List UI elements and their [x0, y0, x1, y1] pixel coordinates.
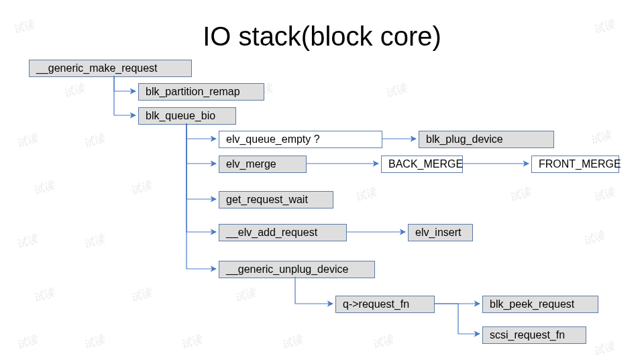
node-scsi-request-fn: scsi_request_fn	[482, 326, 586, 344]
node-blk-plug-device: blk_plug_device	[419, 131, 554, 148]
node-blk-partition-remap: blk_partition_remap	[138, 83, 264, 101]
watermark: 试读	[83, 131, 107, 152]
watermark: 试读	[592, 185, 617, 205]
watermark: 试读	[589, 128, 614, 148]
node-blk-queue-bio: blk_queue_bio	[138, 107, 236, 125]
node-blk-peek-request: blk_peek_request	[482, 296, 598, 313]
watermark: 试读	[83, 333, 107, 353]
watermark: 试读	[32, 286, 57, 306]
watermark: 试读	[129, 178, 154, 198]
node-q-request-fn: q->request_fn	[335, 296, 435, 313]
node-elv-queue-empty: elv_queue_empty ?	[219, 131, 382, 148]
watermark: 试读	[233, 286, 258, 306]
node-elv-merge: elv_merge	[219, 156, 307, 173]
watermark: 试读	[371, 333, 396, 353]
page-title: IO stack(block core)	[0, 21, 644, 52]
node-get-request-wait: get_request_wait	[219, 191, 333, 208]
watermark: 试读	[15, 232, 40, 252]
watermark: 试读	[129, 286, 154, 306]
watermark: 试读	[280, 333, 305, 353]
watermark: 试读	[32, 178, 57, 198]
node-generic-unplug-device: __generic_unplug_device	[219, 261, 375, 278]
node-elv-insert: elv_insert	[408, 224, 473, 241]
node-back-merge: BACK_MERGE	[381, 156, 463, 173]
watermark: 试读	[62, 81, 87, 101]
watermark: 试读	[180, 333, 205, 353]
watermark: 试读	[582, 229, 607, 249]
watermark: 试读	[354, 185, 379, 205]
node-front-merge: FRONT_MERGE	[531, 156, 619, 173]
watermark: 试读	[15, 131, 40, 152]
watermark: 试读	[592, 339, 617, 359]
watermark: 试读	[83, 232, 107, 252]
watermark: 试读	[15, 333, 40, 353]
watermark: 试读	[384, 81, 409, 101]
node-elv-add-request: __elv_add_request	[219, 224, 347, 241]
watermark: 试读	[508, 185, 533, 205]
node-generic-make-request: __generic_make_request	[29, 60, 192, 77]
